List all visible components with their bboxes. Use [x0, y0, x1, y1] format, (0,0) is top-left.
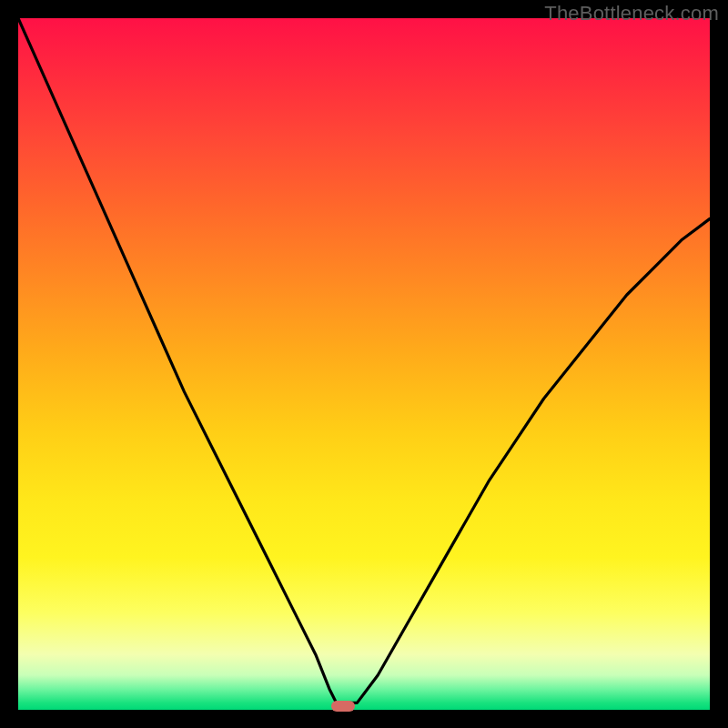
optimum-marker — [331, 701, 355, 712]
watermark-text: TheBottleneck.com — [544, 2, 719, 25]
plot-area — [18, 18, 710, 710]
curve-path — [18, 18, 710, 703]
bottleneck-curve — [18, 18, 710, 710]
chart-frame: TheBottleneck.com — [0, 0, 728, 728]
